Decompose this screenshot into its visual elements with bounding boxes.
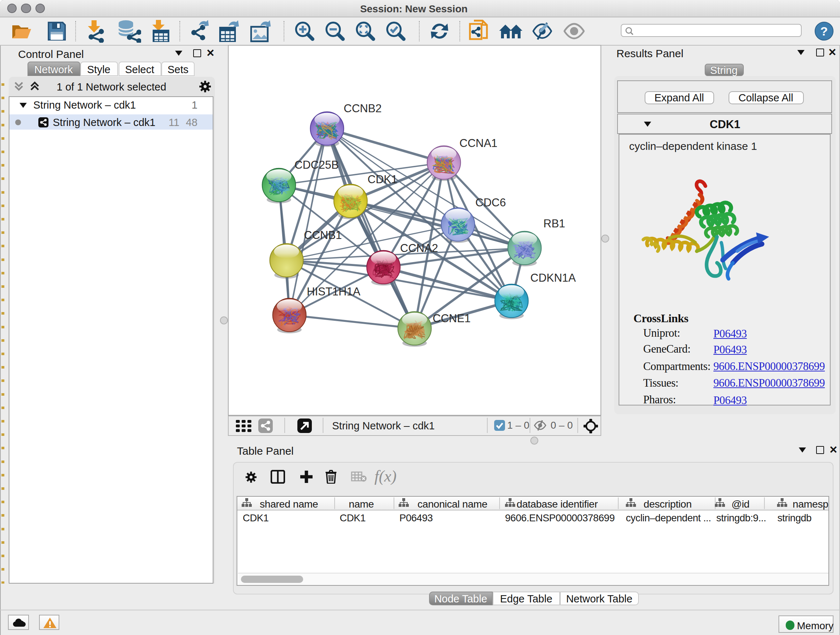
svg-text:CCNB1: CCNB1 xyxy=(304,228,342,241)
svg-text:CCNA1: CCNA1 xyxy=(459,136,497,149)
svg-text:?: ? xyxy=(821,24,828,38)
svg-text:CDC25B: CDC25B xyxy=(294,158,339,171)
svg-text:CCNA2: CCNA2 xyxy=(400,241,438,254)
svg-text:CDKN1A: CDKN1A xyxy=(531,271,576,284)
svg-text:CDK1: CDK1 xyxy=(368,173,398,185)
svg-text:CCNB2: CCNB2 xyxy=(344,102,382,114)
svg-text:CCNE1: CCNE1 xyxy=(433,312,471,325)
svg-text:HIST1H1A: HIST1H1A xyxy=(307,285,360,298)
svg-text:RB1: RB1 xyxy=(543,217,565,230)
svg-text:CDC6: CDC6 xyxy=(475,196,506,209)
